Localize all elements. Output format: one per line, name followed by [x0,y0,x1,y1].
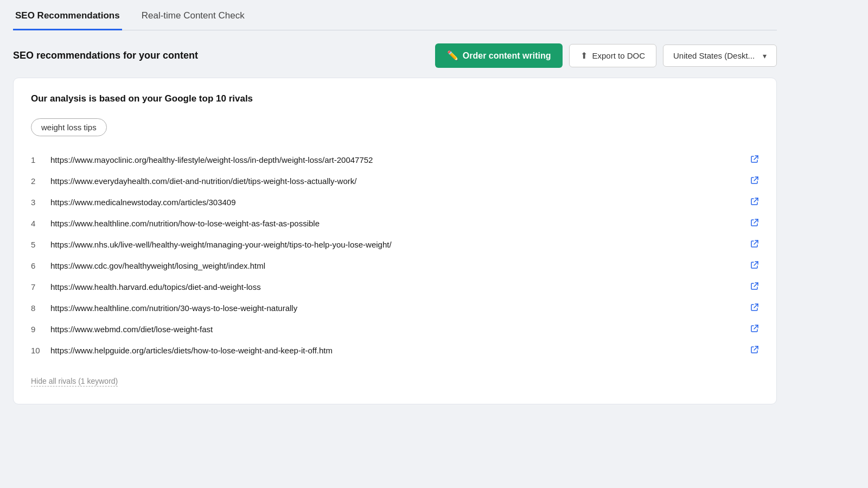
header-actions: ✏️ Order content writing ⬆ Export to DOC… [435,43,777,68]
external-link-icon[interactable] [750,303,759,313]
table-row: 3https://www.medicalnewstoday.com/articl… [31,192,759,213]
rival-url: https://www.mayoclinic.org/healthy-lifes… [50,155,746,164]
table-row: 10https://www.helpguide.org/articles/die… [31,340,759,361]
rival-number: 3 [31,198,50,207]
rival-url: https://www.healthline.com/nutrition/30-… [50,303,746,313]
external-link-icon[interactable] [750,282,759,292]
main-card: Our analysis is based on your Google top… [13,78,777,404]
rivals-list: 1https://www.mayoclinic.org/healthy-life… [31,149,759,361]
rival-url: https://www.everydayhealth.com/diet-and-… [50,176,746,186]
rival-number: 8 [31,303,50,313]
export-btn-label: Export to DOC [592,51,645,60]
order-content-writing-button[interactable]: ✏️ Order content writing [435,43,563,68]
export-icon: ⬆ [580,50,588,61]
rival-number: 1 [31,155,50,164]
chevron-down-icon: ▾ [763,52,767,60]
keyword-tag[interactable]: weight loss tips [31,118,107,136]
table-row: 7https://www.health.harvard.edu/topics/d… [31,276,759,297]
location-device-dropdown[interactable]: United States (Deskt... ▾ [663,45,777,67]
rival-url: https://www.helpguide.org/articles/diets… [50,346,746,355]
rival-number: 6 [31,261,50,270]
external-link-icon[interactable] [750,261,759,271]
rival-number: 9 [31,325,50,334]
tab-realtime-content-check[interactable]: Real-time Content Check [139,1,247,30]
rival-number: 4 [31,219,50,228]
table-row: 4https://www.healthline.com/nutrition/ho… [31,213,759,234]
external-link-icon[interactable] [750,155,759,165]
card-heading: Our analysis is based on your Google top… [31,93,759,104]
rival-url: https://www.health.harvard.edu/topics/di… [50,282,746,291]
rival-number: 7 [31,282,50,291]
rival-number: 10 [31,346,50,355]
rival-url: https://www.healthline.com/nutrition/how… [50,219,746,228]
rival-number: 5 [31,240,50,249]
external-link-icon[interactable] [750,324,759,334]
table-row: 9https://www.webmd.com/diet/lose-weight-… [31,319,759,340]
order-icon: ✏️ [447,50,458,61]
external-link-icon[interactable] [750,197,759,207]
rival-url: https://www.nhs.uk/live-well/healthy-wei… [50,240,746,249]
table-row: 1https://www.mayoclinic.org/healthy-life… [31,149,759,170]
tab-seo-recommendations[interactable]: SEO Recommendations [13,1,122,30]
rival-url: https://www.cdc.gov/healthyweight/losing… [50,261,746,270]
external-link-icon[interactable] [750,239,759,250]
table-row: 6https://www.cdc.gov/healthyweight/losin… [31,255,759,276]
table-row: 5https://www.nhs.uk/live-well/healthy-we… [31,234,759,255]
external-link-icon[interactable] [750,345,759,356]
order-btn-label: Order content writing [463,51,551,61]
external-link-icon[interactable] [750,218,759,229]
export-to-doc-button[interactable]: ⬆ Export to DOC [569,44,656,67]
rival-url: https://www.webmd.com/diet/lose-weight-f… [50,325,746,334]
header-bar: SEO recommendations for your content ✏️ … [13,30,777,78]
page-title: SEO recommendations for your content [13,50,198,61]
table-row: 2https://www.everydayhealth.com/diet-and… [31,170,759,192]
dropdown-label: United States (Deskt... [673,51,755,60]
rival-number: 2 [31,176,50,186]
rival-url: https://www.medicalnewstoday.com/article… [50,198,746,207]
external-link-icon[interactable] [750,176,759,186]
tabs-bar: SEO Recommendations Real-time Content Ch… [13,0,777,30]
hide-all-rivals-link[interactable]: Hide all rivals (1 keyword) [31,377,118,386]
table-row: 8https://www.healthline.com/nutrition/30… [31,297,759,319]
